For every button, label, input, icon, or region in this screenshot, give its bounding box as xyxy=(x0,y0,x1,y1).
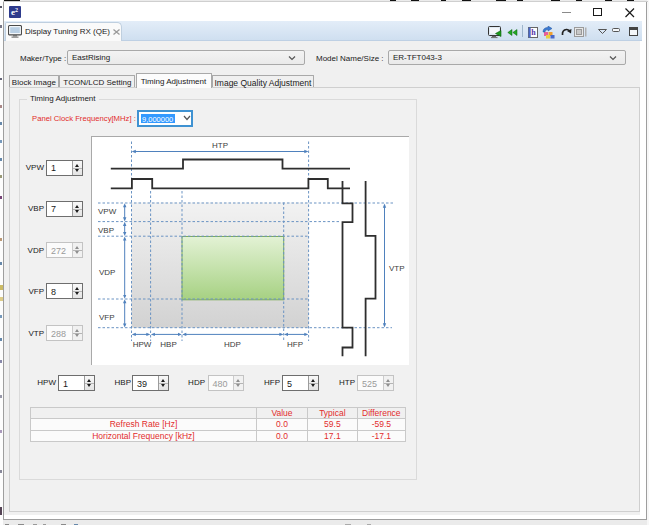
svg-text:HPW: HPW xyxy=(133,340,152,349)
svg-text:HTP: HTP xyxy=(212,141,228,150)
svg-text:VPW: VPW xyxy=(98,207,117,216)
svg-text:VTP: VTP xyxy=(389,264,405,273)
svg-text:VDP: VDP xyxy=(99,268,115,277)
svg-text:VFP: VFP xyxy=(99,313,115,322)
svg-text:HFP: HFP xyxy=(287,340,303,349)
svg-text:HBP: HBP xyxy=(160,340,176,349)
svg-text:HDP: HDP xyxy=(224,340,241,349)
svg-text:h: h xyxy=(531,28,536,37)
svg-text:VBP: VBP xyxy=(98,226,114,235)
